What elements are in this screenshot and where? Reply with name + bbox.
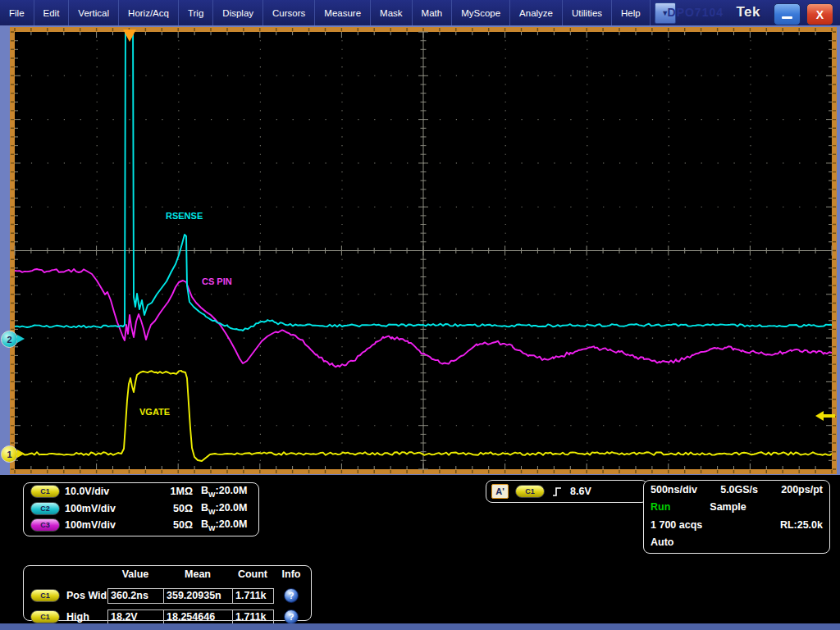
acq-mode: Sample: [710, 501, 746, 513]
trigger-source-badge[interactable]: C1: [515, 485, 545, 498]
meas1-count: 1.711k: [232, 588, 274, 604]
channel1-scale: 10.0V/div: [65, 486, 144, 497]
taskbar-strip: [0, 623, 840, 630]
sample-resolution: 200ps/pt: [781, 484, 823, 495]
sample-rate: 5.0GS/s: [720, 484, 758, 495]
tek-logo: Tek: [736, 4, 760, 21]
meas2-source-badge[interactable]: C1: [30, 610, 60, 623]
acquisition-count: 1 700 acqs: [651, 519, 702, 531]
meas1-info-icon[interactable]: ?: [284, 588, 299, 603]
menu-help[interactable]: Help: [612, 0, 651, 25]
trigger-readout-panel[interactable]: A' C1 8.6V: [486, 480, 648, 503]
menu-analyze[interactable]: Analyze: [510, 0, 563, 25]
channel1-readout-row: C1 10.0V/div 1MΩ BW:20.0M: [24, 483, 258, 500]
meas2-info-icon[interactable]: ?: [284, 609, 299, 624]
measurement-panel[interactable]: Value Mean Count Info C1 Pos Wid 360.2ns…: [23, 565, 312, 621]
channel2-bandwidth: BW:20.0M: [193, 502, 262, 516]
model-watermark: DPO7104: [668, 6, 724, 19]
meas2-value: 18.2V: [107, 609, 164, 625]
record-length: RL:25.0k: [780, 519, 823, 531]
channel2-badge[interactable]: C2: [30, 502, 60, 515]
timebase: 500ns/div: [651, 484, 697, 495]
menu-horiz-acq[interactable]: Horiz/Acq: [119, 0, 179, 25]
close-button[interactable]: X: [806, 3, 833, 25]
col-header-mean: Mean: [163, 568, 232, 582]
minimize-button[interactable]: [774, 3, 801, 25]
acq-state-row: Run Sample: [644, 499, 829, 517]
menu-vertical[interactable]: Vertical: [69, 0, 119, 25]
channel1-position-marker[interactable]: 1: [1, 445, 18, 463]
channel3-badge[interactable]: C3: [30, 518, 60, 532]
menu-file[interactable]: File: [0, 0, 34, 25]
channel1-marker-arrow: [17, 450, 25, 458]
menu-myscope[interactable]: MyScope: [452, 0, 510, 25]
run-status: Run: [651, 501, 670, 513]
channel3-bandwidth: BW:20.0M: [193, 518, 262, 532]
col-header-info: Info: [273, 568, 309, 582]
acquisition-panel[interactable]: 500ns/div 5.0GS/s 200ps/pt Run Sample 1 …: [643, 480, 830, 554]
meas1-mean: 359.20935n: [163, 588, 233, 604]
meas1-name: Pos Wid: [66, 590, 107, 601]
trigger-level: 8.6V: [570, 486, 591, 497]
trigger-level-arrow-tail: [824, 414, 835, 418]
menu-trig[interactable]: Trig: [179, 0, 213, 25]
channel1-impedance: 1MΩ: [144, 486, 193, 497]
meas1-source-badge[interactable]: C1: [30, 589, 60, 602]
channel2-readout-row: C2 100mV/div 50Ω BW:20.0M: [24, 500, 258, 518]
menu-measure[interactable]: Measure: [315, 0, 371, 25]
menu-edit[interactable]: Edit: [34, 0, 70, 25]
close-icon: X: [816, 8, 824, 21]
menu-bar: File Edit Vertical Horiz/Acq Trig Displa…: [0, 0, 840, 25]
timebase-row: 500ns/div 5.0GS/s 200ps/pt: [644, 481, 829, 499]
channel1-badge[interactable]: C1: [30, 485, 60, 498]
meas2-mean: 18.254646: [163, 609, 233, 625]
channel3-impedance: 50Ω: [144, 519, 193, 531]
channel2-position-marker[interactable]: 2: [1, 331, 18, 348]
waveform-display[interactable]: [10, 27, 837, 474]
menu-mask[interactable]: Mask: [371, 0, 412, 25]
meas2-count: 1.711k: [232, 609, 274, 625]
menu-cursors[interactable]: Cursors: [263, 0, 315, 25]
trig-mode-row: Auto: [644, 534, 829, 552]
minimize-icon: [782, 16, 792, 19]
rising-edge-icon: [551, 486, 564, 498]
menu-math[interactable]: Math: [413, 0, 453, 25]
menu-utilities[interactable]: Utilities: [563, 0, 612, 25]
meas1-value: 360.2ns: [107, 588, 164, 604]
channel2-scale: 100mV/div: [65, 503, 144, 514]
measurement-header-row: Value Mean Count Info: [24, 566, 311, 584]
channel1-bandwidth: BW:20.0M: [193, 485, 262, 499]
channel2-marker-arrow: [17, 335, 25, 343]
channel-readout-panel[interactable]: C1 10.0V/div 1MΩ BW:20.0M C2 100mV/div 5…: [23, 482, 259, 536]
menu-display[interactable]: Display: [213, 0, 263, 25]
col-header-count: Count: [232, 568, 273, 582]
meas2-name: High: [66, 611, 89, 623]
channel2-impedance: 50Ω: [144, 503, 193, 514]
scope-display-area: RSENSECS PINVGATE 2 1: [0, 25, 840, 475]
trigger-a-label: A': [491, 484, 509, 499]
measurement-row-poswid: C1 Pos Wid 360.2ns 359.20935n 1.711k ?: [24, 584, 311, 605]
channel3-readout-row: C3 100mV/div 50Ω BW:20.0M: [24, 517, 258, 534]
readout-area: C1 10.0V/div 1MΩ BW:20.0M C2 100mV/div 5…: [0, 475, 840, 623]
col-header-value: Value: [107, 568, 163, 582]
trigger-mode: Auto: [651, 536, 673, 548]
acq-count-row: 1 700 acqs RL:25.0k: [644, 516, 829, 534]
channel3-scale: 100mV/div: [65, 519, 144, 531]
